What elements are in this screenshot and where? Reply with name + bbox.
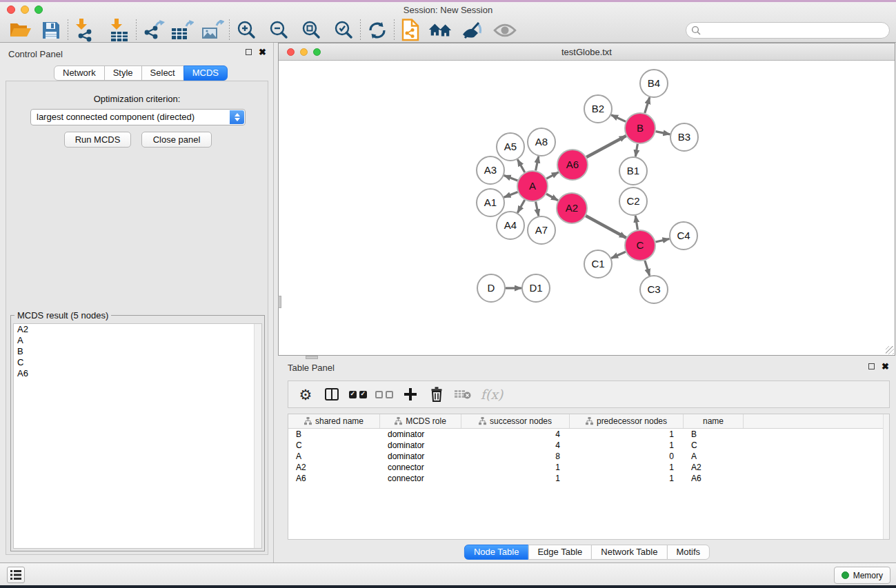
table-cell[interactable]: B (288, 429, 380, 440)
table-cell[interactable]: connector (380, 473, 461, 484)
graph-node-B4[interactable]: B4 (640, 70, 668, 97)
zoom-in-button[interactable] (234, 19, 259, 42)
graph-edge-C-C4[interactable] (655, 239, 669, 242)
export-image-button[interactable] (200, 19, 225, 42)
table-cell[interactable]: dominator (380, 451, 461, 462)
table-cell[interactable]: 0 (570, 451, 684, 462)
table-row-B[interactable]: Bdominator41B (288, 429, 889, 440)
table-cell[interactable]: 1 (570, 473, 684, 484)
table-scrollbar[interactable] (883, 414, 889, 539)
table-cell[interactable]: 4 (461, 440, 570, 451)
graph-node-C2[interactable]: C2 (619, 187, 647, 215)
run-mcds-button[interactable]: Run MCDS (64, 132, 131, 148)
table-row-A2[interactable]: A2connector11A2 (288, 462, 889, 473)
table-cell[interactable]: 1 (461, 462, 570, 473)
tab-motifs[interactable]: Motifs (666, 545, 710, 560)
column-header-predecessor-nodes[interactable]: predecessor nodes (570, 414, 684, 428)
show-all-networks-button[interactable] (428, 19, 452, 42)
hide-graphics-details-button[interactable] (459, 19, 484, 42)
show-column-button[interactable] (319, 382, 345, 407)
table-row-A[interactable]: Adominator80A (288, 451, 889, 462)
graph-edge-A-A2[interactable] (546, 194, 558, 200)
graph-node-A3[interactable]: A3 (477, 156, 504, 184)
add-column-button[interactable] (397, 382, 424, 407)
graph-edge-C-C1[interactable] (611, 252, 626, 258)
graph-edge-A2-C[interactable] (586, 216, 626, 238)
graph-node-D[interactable]: D (477, 274, 505, 302)
graph-node-A8[interactable]: A8 (528, 128, 555, 156)
graph-edge-B-B2[interactable] (611, 115, 626, 122)
table-cell[interactable]: A6 (288, 473, 380, 484)
graph-node-B2[interactable]: B2 (584, 95, 612, 123)
result-list-item[interactable]: C (14, 357, 261, 368)
column-header-name[interactable]: name (684, 414, 744, 428)
table-cell[interactable]: dominator (380, 429, 461, 440)
refresh-view-button[interactable] (365, 19, 390, 42)
table-row-C[interactable]: Cdominator41C (288, 440, 889, 451)
column-header-MCDS-role[interactable]: MCDS role (380, 414, 461, 428)
graph-node-D1[interactable]: D1 (522, 274, 550, 302)
table-cell[interactable]: connector (380, 462, 461, 473)
open-network-file-button[interactable] (399, 19, 424, 42)
memory-button[interactable]: Memory (834, 567, 890, 584)
graph-edge-A-A1[interactable] (504, 192, 518, 197)
graph-edge-A-A7[interactable] (536, 202, 539, 216)
table-cell[interactable]: 1 (570, 440, 684, 451)
tab-select[interactable]: Select (141, 65, 184, 81)
search-input[interactable] (701, 23, 889, 37)
result-list-item[interactable]: A2 (14, 324, 261, 335)
zoom-fit-button[interactable] (299, 19, 323, 42)
zoom-out-button[interactable] (266, 19, 291, 42)
graph-edge-C-C3[interactable] (645, 261, 650, 276)
function-builder-button[interactable]: f(x) (476, 382, 508, 407)
table-cell[interactable]: 1 (570, 429, 684, 440)
table-cell[interactable]: A (684, 451, 744, 462)
graph-node-A6[interactable]: A6 (557, 150, 588, 180)
settings-gear-button[interactable]: ⚙ (292, 382, 319, 407)
splitter-handle[interactable] (306, 356, 318, 359)
search-field[interactable] (686, 22, 890, 39)
table-cell[interactable]: 1 (461, 473, 570, 484)
graph-node-A7[interactable]: A7 (528, 216, 555, 244)
window-resize-grip[interactable] (886, 346, 894, 354)
table-cell[interactable]: A6 (684, 473, 744, 484)
deselect-all-button[interactable] (371, 382, 397, 407)
show-graphics-details-button[interactable] (492, 19, 517, 42)
float-panel-icon[interactable] (868, 363, 875, 369)
result-list-item[interactable]: A6 (14, 368, 261, 379)
delete-column-button[interactable] (424, 382, 450, 407)
graph-node-C[interactable]: C (625, 230, 655, 261)
tab-node-table[interactable]: Node Table (464, 545, 529, 560)
tab-network-table[interactable]: Network Table (591, 545, 667, 560)
import-network-button[interactable] (72, 19, 97, 42)
close-panel-icon[interactable]: ✖ (882, 363, 889, 370)
splitter-handle[interactable] (278, 296, 281, 308)
table-cell[interactable]: A2 (684, 462, 744, 473)
export-table-button[interactable] (170, 19, 195, 42)
table-cell[interactable]: A2 (288, 462, 380, 473)
graph-node-A4[interactable]: A4 (497, 212, 524, 239)
graph-node-A[interactable]: A (517, 171, 548, 201)
table-cell[interactable]: B (684, 429, 744, 440)
result-list-item[interactable]: A (14, 335, 261, 346)
graph-edge-A-A4[interactable] (517, 200, 524, 213)
table-cell[interactable]: 4 (461, 429, 570, 440)
graph-node-B[interactable]: B (625, 113, 655, 143)
graph-edge-B-B3[interactable] (656, 132, 670, 134)
float-panel-icon[interactable] (246, 49, 252, 55)
graph-edge-A-A8[interactable] (536, 156, 539, 171)
export-network-button[interactable] (141, 19, 166, 42)
column-header-successor-nodes[interactable]: successor nodes (461, 414, 570, 428)
table-cell[interactable]: C (288, 440, 380, 451)
select-all-button[interactable] (345, 382, 371, 407)
graph-edge-B-B4[interactable] (645, 97, 650, 113)
tab-network[interactable]: Network (54, 65, 105, 81)
network-window-titlebar[interactable]: testGlobe.txt (279, 43, 895, 61)
graph-node-B3[interactable]: B3 (670, 123, 698, 151)
save-session-button[interactable] (39, 19, 63, 42)
close-panel-button[interactable]: Close panel (141, 132, 212, 148)
tab-style[interactable]: Style (104, 65, 142, 81)
open-file-button[interactable] (8, 19, 33, 42)
import-table-button[interactable] (107, 19, 132, 42)
graph-node-A1[interactable]: A1 (477, 189, 504, 216)
